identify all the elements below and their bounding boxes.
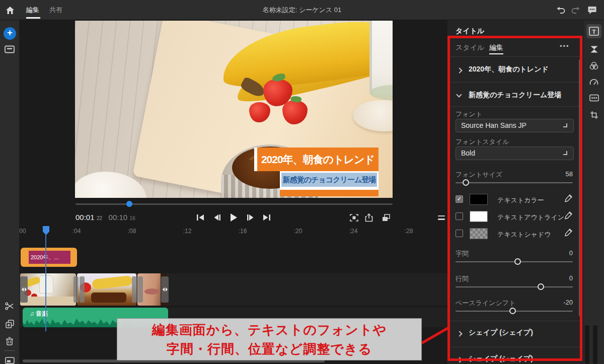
fullscreen-icon[interactable] <box>347 211 360 224</box>
section-title-2[interactable]: 新感覚のチョコクリーム登場 <box>469 91 561 100</box>
crop-transform-panel-icon[interactable] <box>586 108 601 122</box>
preview-scrubber-handle[interactable] <box>126 201 132 207</box>
step-back-button[interactable] <box>210 211 223 224</box>
transitions-panel-icon[interactable] <box>586 42 601 56</box>
tab-style[interactable]: スタイル <box>456 43 484 52</box>
ruler-tick: 00 <box>19 228 26 235</box>
title-clip-label: 2020年、... <box>29 251 70 264</box>
title-clip[interactable]: 2020年、... <box>21 248 77 267</box>
chevron-right-icon[interactable] <box>458 355 462 364</box>
tracking-slider-knob[interactable] <box>514 258 521 265</box>
leading-slider[interactable] <box>456 286 573 287</box>
preview-scrubber[interactable] <box>76 203 393 205</box>
more-options-icon[interactable]: ••• <box>560 42 570 50</box>
tab-panel-edit[interactable]: 編集 <box>489 43 503 52</box>
comments-icon[interactable] <box>586 4 598 16</box>
font-size-slider-knob[interactable] <box>463 179 469 186</box>
strip-scrollbar[interactable] <box>585 325 589 364</box>
panel-scrollbar[interactable] <box>579 59 580 316</box>
undo-icon[interactable] <box>555 4 567 16</box>
text-color-label: テキストカラー <box>497 196 544 205</box>
media-browser-icon[interactable] <box>4 43 16 55</box>
audio-panel-icon[interactable] <box>586 91 601 105</box>
title-edit-panel: タイトル スタイル 編集 ••• 2020年、朝食のトレンド 新感覚のチョコクリ… <box>447 20 584 364</box>
chevron-right-icon[interactable] <box>458 329 462 338</box>
eyedropper-icon[interactable] <box>564 211 572 220</box>
pip-track-icon[interactable] <box>4 354 16 364</box>
trim-handle-left[interactable] <box>20 276 28 303</box>
leading-value: 0 <box>569 274 573 282</box>
ruler-tick: :04 <box>72 228 81 235</box>
font-size-slider[interactable] <box>456 182 573 183</box>
section-title-1[interactable]: 2020年、朝食のトレンド <box>469 65 549 74</box>
ruler-tick: :16 <box>239 228 247 235</box>
trim-handle[interactable] <box>132 276 137 303</box>
split-clip-icon[interactable] <box>4 300 16 312</box>
trim-handle[interactable] <box>80 276 85 303</box>
video-clip-2[interactable] <box>77 273 136 306</box>
titles-panel-icon[interactable]: T <box>586 24 601 38</box>
leading-slider-knob[interactable] <box>538 283 544 290</box>
text-color-checkbox[interactable]: ✓ <box>456 195 463 203</box>
ruler-tick: :20 <box>294 228 303 235</box>
text-outline-swatch[interactable] <box>470 211 488 222</box>
playhead-marker[interactable] <box>42 226 50 236</box>
trim-handle[interactable] <box>73 276 79 303</box>
speed-panel-icon[interactable] <box>586 75 601 89</box>
video-clip-1[interactable] <box>20 273 76 306</box>
color-panel-icon[interactable] <box>586 58 601 72</box>
tracking-slider[interactable] <box>456 261 573 262</box>
baseline-shift-slider[interactable] <box>456 311 573 312</box>
video-preview[interactable]: 2020年、朝食のトレンド 新感覚のチョコクリーム登場 <box>75 21 393 198</box>
strip-scrollbar[interactable] <box>593 325 597 364</box>
annotation-callout: 編集画面から、テキストのフォントや 字間・行間、位置など調整できる <box>117 318 422 360</box>
redo-icon[interactable] <box>570 4 582 16</box>
playback-quality-icon[interactable] <box>380 211 393 224</box>
timecode-current-frames: 22 <box>97 215 102 221</box>
duplicate-icon[interactable] <box>4 318 16 330</box>
share-export-icon[interactable] <box>362 211 375 224</box>
document-title: 名称未設定: シーケンス 01 <box>0 0 604 20</box>
tracking-value: 0 <box>569 249 573 257</box>
timecode: 00:01 22 00:10 16 <box>76 212 135 223</box>
section-shape-2[interactable]: シェイプ (シェイプ) <box>469 354 533 363</box>
font-select[interactable]: Source Han Sans JP <box>456 119 574 132</box>
text-shadow-checkbox[interactable] <box>456 230 463 237</box>
section-shape-1[interactable]: シェイプ (シェイプ) <box>469 328 533 337</box>
go-to-start-button[interactable] <box>194 211 207 224</box>
play-button[interactable] <box>227 211 240 224</box>
annotation-line-2: 字間・行間、位置など調整できる <box>117 339 421 358</box>
svg-text:T: T <box>592 29 596 35</box>
trim-handle[interactable] <box>138 276 143 303</box>
overlay-subtitle-box[interactable]: 新感覚のチョコクリーム登場 <box>280 171 379 190</box>
left-toolbar: + <box>0 20 19 364</box>
font-size-value: 58 <box>566 170 573 178</box>
playhead-line[interactable] <box>45 233 46 331</box>
eyedropper-icon[interactable] <box>564 194 572 202</box>
add-media-button[interactable]: + <box>4 27 16 40</box>
text-color-swatch[interactable] <box>470 194 488 205</box>
font-style-label: フォントスタイル <box>456 137 509 147</box>
separator <box>449 321 581 321</box>
video-art-milk-glass <box>369 21 393 95</box>
preview-menu-icon[interactable] <box>435 211 448 224</box>
text-outline-checkbox[interactable] <box>456 212 463 220</box>
separator <box>449 56 581 57</box>
go-to-end-button[interactable] <box>260 211 273 224</box>
eyedropper-icon[interactable] <box>564 229 572 237</box>
chevron-down-icon[interactable] <box>457 90 461 99</box>
trim-handle-right[interactable] <box>161 276 169 303</box>
app-window: 編集 共有 名称未設定: シーケンス 01 + <box>0 0 604 364</box>
overlay-subtitle-text[interactable]: 新感覚のチョコクリーム登場 <box>281 173 377 187</box>
timecode-total: 00:10 <box>109 213 128 222</box>
delete-icon[interactable] <box>4 335 16 347</box>
baseline-shift-slider-knob[interactable] <box>509 308 516 314</box>
annotation-pointer-line <box>421 326 450 344</box>
step-forward-button[interactable] <box>244 211 257 224</box>
top-bar: 編集 共有 名称未設定: シーケンス 01 <box>0 0 604 20</box>
overlay-title-text[interactable]: 2020年、朝食のトレンド <box>254 148 379 171</box>
text-shadow-swatch[interactable] <box>470 228 488 239</box>
overlay-orange-bar <box>280 190 379 196</box>
chevron-right-icon[interactable] <box>458 65 462 75</box>
font-style-select[interactable]: Bold <box>456 147 574 160</box>
